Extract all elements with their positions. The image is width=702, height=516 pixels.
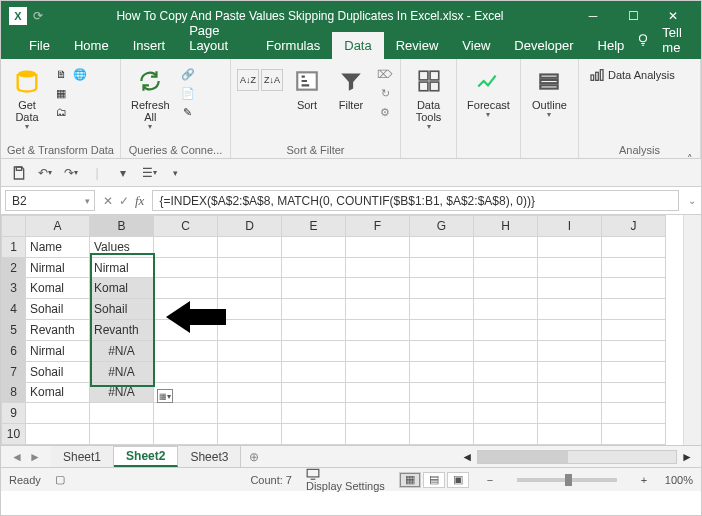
cell[interactable]: Name — [26, 236, 90, 257]
row-header[interactable]: 2 — [2, 257, 26, 278]
touch-mode-button[interactable]: ☰▾ — [139, 163, 159, 183]
from-table-button[interactable]: ▦ — [51, 84, 90, 102]
col-header-A[interactable]: A — [26, 216, 90, 237]
worksheet-area[interactable]: A B C D E F G H I J 1NameValues 2NirmalN… — [1, 215, 701, 445]
recent-sources-button[interactable]: 🗂 — [51, 103, 90, 121]
tab-help[interactable]: Help — [586, 32, 637, 59]
row-header[interactable]: 7 — [2, 361, 26, 382]
advanced-button[interactable]: ⚙ — [375, 103, 395, 121]
save-button[interactable] — [9, 163, 29, 183]
normal-view-button[interactable]: ▦ — [399, 472, 421, 488]
data-analysis-button[interactable]: Data Analysis — [585, 63, 679, 87]
sheet-tab[interactable]: Sheet1 — [51, 446, 114, 467]
row-header[interactable]: 6 — [2, 340, 26, 361]
data-tools-button[interactable]: Data Tools ▾ — [409, 63, 449, 131]
sort-asc-button[interactable]: A↓Z — [237, 69, 259, 91]
col-header-C[interactable]: C — [154, 216, 218, 237]
reapply-button[interactable]: ↻ — [375, 84, 395, 102]
tab-view[interactable]: View — [450, 32, 502, 59]
cell[interactable]: Sohail — [90, 299, 154, 320]
fx-icon[interactable]: fx — [135, 193, 144, 209]
zoom-level[interactable]: 100% — [665, 474, 693, 486]
cell[interactable]: #N/A — [90, 340, 154, 361]
page-break-view-button[interactable]: ▣ — [447, 472, 469, 488]
sheet-tab[interactable]: Sheet2 — [114, 446, 178, 467]
row-header[interactable]: 3 — [2, 278, 26, 299]
cell[interactable]: Revanth — [90, 320, 154, 341]
filter-button[interactable]: Filter — [331, 63, 371, 113]
cancel-formula-button[interactable]: ✕ — [103, 194, 113, 208]
cell[interactable]: Komal — [26, 278, 90, 299]
queries-connections-button[interactable]: 🔗 — [178, 65, 198, 83]
col-header-B[interactable]: B — [90, 216, 154, 237]
row-header[interactable]: 5 — [2, 320, 26, 341]
row-header[interactable]: 9 — [2, 403, 26, 424]
minimize-button[interactable]: ─ — [573, 1, 613, 31]
row-header[interactable]: 1 — [2, 236, 26, 257]
tab-formulas[interactable]: Formulas — [254, 32, 332, 59]
col-header-D[interactable]: D — [218, 216, 282, 237]
properties-button[interactable]: 📄 — [178, 84, 198, 102]
page-layout-view-button[interactable]: ▤ — [423, 472, 445, 488]
formula-input[interactable]: {=INDEX($A$2:$A$8, MATCH(0, COUNTIF($B$1… — [152, 190, 679, 211]
hscroll-left-button[interactable]: ◄ — [457, 450, 477, 464]
cell[interactable]: Komal — [90, 278, 154, 299]
zoom-in-button[interactable]: + — [637, 474, 651, 486]
tab-review[interactable]: Review — [384, 32, 451, 59]
vertical-scrollbar[interactable] — [683, 215, 701, 445]
col-header-H[interactable]: H — [474, 216, 538, 237]
cell[interactable]: Sohail — [26, 361, 90, 382]
tab-home[interactable]: Home — [62, 32, 121, 59]
sort-button[interactable]: Sort — [287, 63, 327, 113]
cell[interactable]: Values — [90, 236, 154, 257]
cell[interactable]: Nirmal — [26, 340, 90, 361]
tab-nav-prev-button[interactable]: ◄ — [11, 450, 23, 464]
cell[interactable]: Nirmal — [26, 257, 90, 278]
redo-button[interactable]: ↷▾ — [61, 163, 81, 183]
col-header-E[interactable]: E — [282, 216, 346, 237]
row-header[interactable]: 10 — [2, 424, 26, 445]
edit-links-button[interactable]: ✎ — [178, 103, 198, 121]
forecast-button[interactable]: Forecast ▾ — [463, 63, 514, 119]
cell[interactable]: Revanth — [26, 320, 90, 341]
new-sheet-button[interactable]: ⊕ — [241, 446, 267, 467]
accept-formula-button[interactable]: ✓ — [119, 194, 129, 208]
expand-formula-bar-button[interactable]: ⌄ — [683, 187, 701, 214]
tab-developer[interactable]: Developer — [502, 32, 585, 59]
cell[interactable]: Sohail — [26, 299, 90, 320]
hscroll-right-button[interactable]: ► — [677, 450, 697, 464]
clear-filter-button[interactable]: ⌦ — [375, 65, 395, 83]
display-settings-button[interactable]: Display Settings — [306, 468, 385, 492]
get-data-button[interactable]: Get Data ▾ — [7, 63, 47, 131]
col-header-F[interactable]: F — [346, 216, 410, 237]
cell[interactable]: #N/A — [90, 382, 154, 403]
row-header[interactable]: 4 — [2, 299, 26, 320]
outline-button[interactable]: Outline ▾ — [528, 63, 571, 119]
qat-customize-button[interactable]: ▾ — [165, 163, 185, 183]
sheet-tab[interactable]: Sheet3 — [178, 446, 241, 467]
cell[interactable]: Nirmal — [90, 257, 154, 278]
from-text-csv-button[interactable]: 🗎🌐 — [51, 65, 90, 83]
cell[interactable]: Komal — [26, 382, 90, 403]
col-header-J[interactable]: J — [602, 216, 666, 237]
refresh-all-button[interactable]: Refresh All ▾ — [127, 63, 174, 131]
cell[interactable]: #N/A — [90, 361, 154, 382]
select-all-corner[interactable] — [2, 216, 26, 237]
col-header-G[interactable]: G — [410, 216, 474, 237]
tab-nav-next-button[interactable]: ► — [29, 450, 41, 464]
sort-desc-button[interactable]: Z↓A — [261, 69, 283, 91]
tab-pagelayout[interactable]: Page Layout — [177, 17, 254, 59]
tab-file[interactable]: File — [17, 32, 62, 59]
name-box[interactable]: B2 — [5, 190, 95, 211]
collapse-ribbon-button[interactable]: ˄ — [687, 153, 693, 166]
tab-insert[interactable]: Insert — [121, 32, 178, 59]
qat-custom-button[interactable]: ▾ — [113, 163, 133, 183]
row-header[interactable]: 8 — [2, 382, 26, 403]
horizontal-scrollbar[interactable] — [477, 450, 677, 464]
zoom-slider[interactable] — [517, 478, 617, 482]
undo-button[interactable]: ↶▾ — [35, 163, 55, 183]
col-header-I[interactable]: I — [538, 216, 602, 237]
macro-record-icon[interactable]: ▢ — [55, 473, 65, 486]
zoom-out-button[interactable]: − — [483, 474, 497, 486]
tab-data[interactable]: Data — [332, 32, 383, 59]
